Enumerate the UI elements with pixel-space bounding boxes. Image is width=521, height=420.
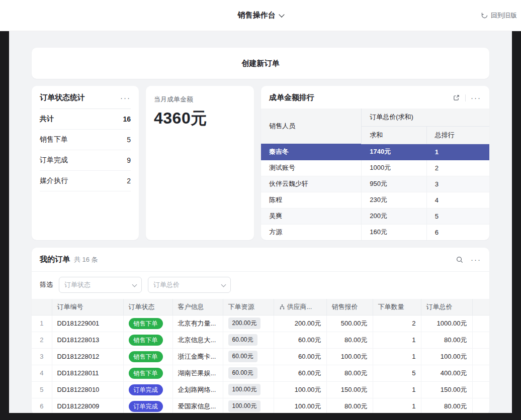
- order-row[interactable]: 2DD181228013销售下单北京信息大...60.00元60.00元80.0…: [32, 332, 489, 348]
- order-number: DD181228010: [52, 381, 123, 398]
- order-status-filter-placeholder: 订单状态: [64, 280, 91, 289]
- rank-value: 2: [426, 160, 489, 176]
- order-number: DD181228012: [52, 348, 123, 365]
- row-tail: [472, 398, 489, 413]
- row-tail: [472, 315, 489, 332]
- row-index: 1: [32, 315, 52, 332]
- status-card-title: 订单状态统计: [40, 93, 85, 102]
- salesperson-name: 方源: [261, 224, 362, 240]
- resource-tag: 60.00元: [228, 334, 257, 346]
- content-area: 创建新订单 订单状态统计 ··· 共计16销售下单5订单完成9媒介执行2 当月成…: [9, 31, 512, 413]
- status-row-value: 2: [127, 177, 131, 185]
- customer-info: 北京有力量...: [172, 315, 223, 332]
- orders-title: 我的订单: [40, 255, 70, 264]
- supplier-price: 100.00元: [274, 381, 326, 398]
- sales-quote: 100.00元: [326, 348, 373, 365]
- orders-card: 我的订单 共 16 条 ··· 筛选 订单状态: [32, 248, 489, 413]
- status-row[interactable]: 共计16: [40, 109, 131, 130]
- more-icon[interactable]: ···: [471, 94, 481, 101]
- order-quantity: 1: [373, 348, 421, 365]
- status-badge: 销售下单: [129, 318, 163, 329]
- order-row[interactable]: 1DD181229001销售下单北京有力量...200.00元200.00元50…: [32, 315, 489, 332]
- status-row[interactable]: 订单完成9: [40, 150, 131, 171]
- order-resource: 60.00元: [223, 365, 274, 381]
- column-label: 下单数量: [378, 303, 404, 310]
- search-button[interactable]: [456, 256, 464, 264]
- status-row[interactable]: 销售下单5: [40, 130, 131, 150]
- export-button[interactable]: [453, 94, 460, 101]
- customer-info: 浙江金鹰卡...: [172, 348, 223, 365]
- order-resource: 60.00元: [223, 348, 274, 365]
- order-row[interactable]: 4DD181228011销售下单湖南芒果娱...60.00元60.00元80.0…: [32, 365, 489, 381]
- orders-header-tail: [472, 299, 489, 315]
- ranking-row[interactable]: 陈程230元4: [261, 192, 489, 208]
- status-row-value: 5: [127, 136, 131, 144]
- order-status: 销售下单: [123, 315, 172, 332]
- order-total-sum: 1740元: [362, 144, 426, 160]
- column-header: 订单状态: [123, 299, 172, 315]
- ranking-table: 销售人员 订单总价(求和) 求和 总排行 秦吉冬1740元1测试账号1000元2…: [261, 109, 489, 240]
- app-title-dropdown[interactable]: 销售操作台: [238, 11, 284, 20]
- column-label: 订单状态: [129, 303, 155, 310]
- status-badge: 订单完成: [129, 384, 163, 395]
- sales-quote: 500.00元: [326, 315, 373, 332]
- status-row-value: 16: [123, 115, 131, 123]
- chevron-down-icon: [279, 12, 284, 17]
- order-number: DD181228009: [52, 398, 123, 413]
- salesperson-name: 秦吉冬: [261, 144, 362, 160]
- restore-icon: [481, 12, 488, 19]
- salesperson-name: 吴爽: [261, 208, 362, 224]
- row-index: 5: [32, 381, 52, 398]
- sales-quote: 80.00元: [326, 365, 373, 381]
- salesperson-name: 陈程: [261, 192, 362, 208]
- row-tail: [472, 348, 489, 365]
- ranking-row[interactable]: 秦吉冬1740元1: [261, 144, 489, 160]
- order-quantity: 5: [373, 365, 421, 381]
- supplier-price: 60.00元: [274, 332, 326, 348]
- status-badge: 销售下单: [129, 351, 163, 362]
- order-number: DD181228011: [52, 365, 123, 381]
- supplier-price: 200.00元: [274, 315, 326, 332]
- order-total: 400.00元: [421, 365, 472, 381]
- amount-label: 当月成单金额: [154, 95, 246, 104]
- status-card: 订单状态统计 ··· 共计16销售下单5订单完成9媒介执行2: [32, 86, 139, 240]
- amount-value: 4360元: [154, 108, 246, 130]
- order-status: 销售下单: [123, 332, 172, 348]
- orders-table: 订单编号订单状态客户信息下单资源供应商...销售报价下单数量订单总价 1DD18…: [32, 299, 489, 413]
- ranking-header-row: 销售人员 订单总价(求和): [261, 109, 489, 126]
- status-row[interactable]: 媒介执行2: [40, 171, 131, 191]
- ranking-row[interactable]: 伙伴云魏少轩950元3: [261, 176, 489, 192]
- sales-quote: 150.00元: [326, 381, 373, 398]
- column-header-salesperson: 销售人员: [261, 109, 362, 144]
- ranking-row[interactable]: 测试账号1000元2: [261, 160, 489, 176]
- order-total-sum: 200元: [362, 208, 426, 224]
- resource-tag: 60.00元: [228, 351, 257, 362]
- ranking-card: 成单金额排行 ···: [261, 86, 489, 240]
- chevron-down-icon: [221, 282, 226, 287]
- order-total: 80.00元: [421, 332, 472, 348]
- ranking-table-body: 秦吉冬1740元1测试账号1000元2伙伴云魏少轩950元3陈程230元4吴爽2…: [261, 144, 489, 240]
- order-number: DD181228013: [52, 332, 123, 348]
- more-icon[interactable]: ···: [120, 94, 131, 101]
- topbar: 销售操作台 回到旧版: [0, 0, 521, 31]
- order-total-sum: 230元: [362, 192, 426, 208]
- create-order-button[interactable]: 创建新订单: [32, 48, 489, 79]
- order-row[interactable]: 5DD181228010订单完成企划路网络...100.00元100.00元15…: [32, 381, 489, 398]
- order-total: 100.00元: [421, 348, 472, 365]
- order-status-filter-select[interactable]: 订单状态: [59, 277, 142, 293]
- order-row[interactable]: 6DD181228009订单完成爱国家信息...100.00元100.00元80…: [32, 398, 489, 413]
- ranking-row[interactable]: 吴爽200元5: [261, 208, 489, 224]
- more-icon[interactable]: ···: [471, 256, 481, 263]
- status-row-label: 共计: [40, 115, 54, 124]
- back-to-old-version-button[interactable]: 回到旧版: [481, 0, 517, 31]
- rank-value: 5: [426, 208, 489, 224]
- status-badge: 销售下单: [129, 335, 163, 346]
- ranking-row[interactable]: 方源160元6: [261, 224, 489, 240]
- order-total-filter-select[interactable]: 订单总价: [148, 277, 231, 293]
- orders-header-row: 订单编号订单状态客户信息下单资源供应商...销售报价下单数量订单总价: [32, 299, 489, 315]
- divider: [465, 94, 466, 101]
- row-index: 4: [32, 365, 52, 381]
- resource-tag: 100.00元: [228, 400, 261, 412]
- column-header: 订单编号: [52, 299, 123, 315]
- order-row[interactable]: 3DD181228012销售下单浙江金鹰卡...60.00元60.00元100.…: [32, 348, 489, 365]
